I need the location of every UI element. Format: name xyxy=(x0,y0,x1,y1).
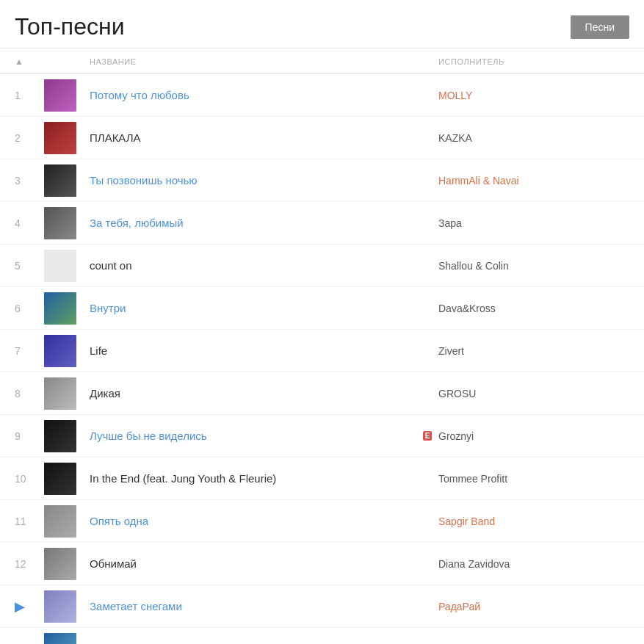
track-rank: 4 xyxy=(15,217,44,229)
track-rank: 6 xyxy=(15,303,44,314)
track-title[interactable]: Ты позвонишь ночью xyxy=(81,174,416,187)
track-thumbnail xyxy=(44,292,81,325)
track-thumbnail xyxy=(44,590,81,623)
track-title-text: count on xyxy=(90,259,132,272)
track-title[interactable]: Лучше бы не виделись xyxy=(81,430,416,442)
track-row[interactable]: 2ПЛАКАЛАKAZKA xyxy=(0,117,644,159)
track-title[interactable]: ПЛАКАЛА xyxy=(81,131,416,144)
artist-column-header: ИСПОЛНИТЕЛЬ xyxy=(438,57,504,66)
sort-arrow-icon[interactable]: ▲ xyxy=(15,57,23,67)
track-title[interactable]: За тебя, любимый xyxy=(81,217,416,229)
track-artist[interactable]: Zivert xyxy=(438,345,629,357)
track-title[interactable]: Обнимай xyxy=(81,557,416,570)
track-artist[interactable]: KAZKA xyxy=(438,132,629,144)
track-title-text: За тебя, любимый xyxy=(90,217,184,229)
track-title-text: Обнимай xyxy=(90,557,137,570)
track-row[interactable]: 3Ты позвонишь ночьюHammAli & Navai xyxy=(0,159,644,202)
track-rank: 11 xyxy=(15,515,44,527)
track-row[interactable]: 8ДикаяGROSU xyxy=(0,372,644,415)
track-rank: 7 xyxy=(15,345,44,357)
track-rank: 12 xyxy=(15,558,44,570)
track-title[interactable]: count on xyxy=(81,259,416,272)
track-artist[interactable]: Groznyi xyxy=(438,430,629,442)
track-row[interactable]: 10In the End (feat. Jung Youth & Fleurie… xyxy=(0,457,644,500)
track-row[interactable]: ▶Заметает снегамиРадаРай xyxy=(0,585,644,628)
songs-button[interactable]: Песни xyxy=(571,15,629,39)
track-thumbnail xyxy=(44,633,81,645)
track-thumbnail xyxy=(44,505,81,538)
table-header: ▲ НАЗВАНИЕ ИСПОЛНИТЕЛЬ xyxy=(0,48,644,74)
track-title-text: Дикая xyxy=(90,387,120,399)
track-thumbnail xyxy=(44,164,81,197)
track-artist[interactable]: Sapgir Band xyxy=(438,515,629,527)
track-thumbnail xyxy=(44,79,81,112)
track-artist[interactable]: GROSU xyxy=(438,388,629,399)
track-title-text: Лучше бы не виделись xyxy=(90,430,207,442)
track-title[interactable]: Потому что любовь xyxy=(81,89,416,101)
explicit-badge: E xyxy=(423,431,433,441)
track-title-text: Заметает снегами xyxy=(90,600,182,612)
track-artist[interactable]: Зара xyxy=(438,217,629,229)
track-title-text: Потому что любовь xyxy=(90,89,189,101)
track-row[interactable]: 4За тебя, любимыйЗара xyxy=(0,202,644,245)
track-rank: 10 xyxy=(15,473,44,485)
track-title-text: In the End (feat. Jung Youth & Fleurie) xyxy=(90,472,276,485)
track-title-text: Опять одна xyxy=(90,515,148,527)
track-rank: 5 xyxy=(15,260,44,272)
track-title-text: Life xyxy=(90,344,107,357)
track-thumbnail xyxy=(44,122,81,154)
play-button[interactable]: ▶ xyxy=(15,598,44,615)
track-row[interactable]: 7LifeZivert xyxy=(0,330,644,372)
track-title-text: Ты позвонишь ночью xyxy=(90,174,198,187)
track-row[interactable]: 11Опять однаSapgir Band xyxy=(0,500,644,543)
page-title: Топ-песни xyxy=(15,13,125,40)
track-title-text: ПЛАКАЛА xyxy=(90,131,141,144)
track-thumbnail xyxy=(44,250,81,282)
track-artist[interactable]: Tommee Profitt xyxy=(438,473,629,485)
track-row[interactable]: 6ВнутриDava&Kross xyxy=(0,287,644,330)
track-artist[interactable]: РадаРай xyxy=(438,601,629,612)
track-thumbnail xyxy=(44,207,81,239)
track-title[interactable]: Внутри xyxy=(81,302,416,314)
track-thumbnail xyxy=(44,335,81,367)
track-row[interactable]: 12ОбнимайDiana Zavidova xyxy=(0,543,644,585)
track-rank: 8 xyxy=(15,388,44,399)
track-title[interactable]: Дикая xyxy=(81,387,416,399)
track-row[interactable]: 5count onShallou & Colin xyxy=(0,245,644,287)
track-title[interactable]: In the End (feat. Jung Youth & Fleurie) xyxy=(81,472,416,485)
track-artist[interactable]: HammAli & Navai xyxy=(438,175,629,187)
track-rank: 2 xyxy=(15,132,44,144)
track-rank: 9 xyxy=(15,430,44,442)
track-row[interactable]: 1Потому что любовьMOLLY xyxy=(0,74,644,117)
name-column-header: НАЗВАНИЕ xyxy=(90,57,137,66)
track-rank: 3 xyxy=(15,175,44,187)
track-thumbnail xyxy=(44,420,81,452)
track-row[interactable]: 14Say My NameDavid Guetta, Bebe Rexha & … xyxy=(0,628,644,644)
track-title[interactable]: Life xyxy=(81,344,416,357)
explicit-cell: E xyxy=(416,431,438,441)
track-title-text: Внутри xyxy=(90,302,126,314)
track-artist[interactable]: Diana Zavidova xyxy=(438,558,629,570)
track-thumbnail xyxy=(44,377,81,410)
track-list: 1Потому что любовьMOLLY2ПЛАКАЛАKAZKA3Ты … xyxy=(0,74,644,644)
page-header: Топ-песни Песни xyxy=(0,0,644,48)
track-title[interactable]: Заметает снегами xyxy=(81,600,416,612)
track-artist[interactable]: MOLLY xyxy=(438,90,629,101)
track-rank: 1 xyxy=(15,90,44,101)
track-thumbnail xyxy=(44,548,81,580)
track-row[interactable]: 9Лучше бы не виделисьEGroznyi xyxy=(0,415,644,457)
track-artist[interactable]: Dava&Kross xyxy=(438,303,629,314)
track-title[interactable]: Опять одна xyxy=(81,515,416,527)
track-thumbnail xyxy=(44,463,81,495)
track-artist[interactable]: Shallou & Colin xyxy=(438,260,629,272)
